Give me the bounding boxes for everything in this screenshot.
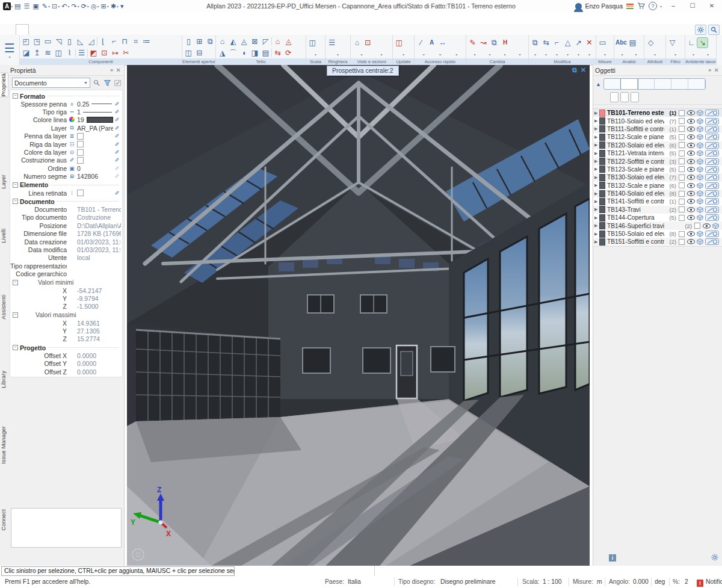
surface-opacity-icon[interactable] <box>705 158 719 165</box>
valley-icon[interactable]: ◮ <box>217 48 227 58</box>
ribbon-tab[interactable] <box>101 24 113 35</box>
save-icon[interactable]: ▣ <box>31 1 40 11</box>
surface-opacity-icon[interactable] <box>705 214 719 221</box>
view-house-icon[interactable]: ⌂ <box>352 38 362 48</box>
select-checkbox[interactable] <box>679 142 685 148</box>
dropdown-caret-icon[interactable]: ▾ <box>377 52 387 57</box>
misure-value[interactable]: m <box>597 576 602 588</box>
ribbon-tab[interactable] <box>77 24 89 35</box>
dormer-icon[interactable]: ◬ <box>239 37 249 46</box>
visibility-eye-icon[interactable] <box>687 207 695 212</box>
dropdown-caret-icon[interactable]: ▾ <box>584 52 594 57</box>
dropdown-caret-icon[interactable]: ▾ <box>552 52 562 57</box>
level-text-icon[interactable]: ≔ <box>141 37 152 46</box>
expand-arrow-icon[interactable]: ▶ <box>594 232 599 237</box>
filter-button[interactable] <box>620 92 629 102</box>
allplan-logo-icon[interactable]: A <box>3 2 11 10</box>
checkbox[interactable] <box>77 190 84 196</box>
qat-item[interactable]: ↶ ▾ <box>60 1 69 11</box>
solid-cube-icon[interactable] <box>697 158 703 165</box>
solid-cube-icon[interactable] <box>697 174 703 181</box>
dropdown-caret-icon[interactable]: ▾ <box>435 52 445 57</box>
ramp-icon[interactable]: ◺ <box>75 37 85 46</box>
dropdown-caret-icon[interactable]: ▾ <box>703 52 713 57</box>
qat-item[interactable]: ⊡ ▾ <box>51 1 60 11</box>
solid-cube-icon[interactable] <box>697 206 703 213</box>
eyedropper-icon[interactable]: ✐ <box>113 133 121 139</box>
dropdown-caret-icon[interactable]: ▾ <box>563 52 573 57</box>
object-row[interactable]: ▶ TB101-Terreno esterno (1) <box>593 109 722 117</box>
collapse-box-icon[interactable]: − <box>13 280 18 285</box>
qat-item[interactable]: ⟳ ▾ <box>80 1 89 11</box>
ribbon-tab[interactable] <box>53 24 65 35</box>
qat-caret-icon[interactable]: ▾ <box>117 4 119 8</box>
expand-arrow-icon[interactable]: ▶ <box>594 191 599 196</box>
window-icon[interactable]: ⊞ <box>194 37 205 46</box>
railing-icon[interactable]: ☰ <box>327 38 337 48</box>
visibility-eye-icon[interactable] <box>687 167 695 172</box>
solid-cube-icon[interactable] <box>697 118 703 125</box>
palette-tab-library[interactable]: Library <box>0 371 8 388</box>
expand-arrow-icon[interactable]: ▶ <box>594 111 599 116</box>
eyedropper-icon[interactable]: ✐ <box>113 149 121 155</box>
grid-icon[interactable]: ⌗ <box>131 37 141 46</box>
visibility-eye-icon[interactable] <box>687 150 695 156</box>
visibility-eye-icon[interactable] <box>687 231 695 237</box>
copy-icon[interactable]: ⧉ <box>530 38 540 48</box>
collapse-icon[interactable]: ▲ <box>594 81 602 87</box>
palette-tab-assistenti[interactable]: Assistenti <box>0 295 8 320</box>
solid-cube-icon[interactable] <box>697 166 703 173</box>
filter-button[interactable] <box>610 92 619 102</box>
expand-arrow-icon[interactable]: ▶ <box>594 143 599 147</box>
line-icon[interactable]: ∕ <box>416 38 426 48</box>
close-button[interactable]: ✕ <box>704 1 720 11</box>
paese-value[interactable]: Italia <box>348 576 361 588</box>
qat-caret-icon[interactable]: ▾ <box>97 4 99 8</box>
ucs-icon[interactable]: ∟ <box>687 38 697 48</box>
expand-arrow-icon[interactable]: ▶ <box>594 159 599 164</box>
profile-icon[interactable]: ⌊ <box>98 37 108 46</box>
ruler-icon[interactable]: ▭ <box>597 38 608 48</box>
ribbon-tab[interactable] <box>137 24 149 35</box>
dropdown-caret-icon[interactable]: ▾ <box>333 52 343 57</box>
qat-caret-icon[interactable]: ▾ <box>58 4 60 8</box>
solid-cube-icon[interactable] <box>697 126 703 132</box>
visibility-eye-icon[interactable] <box>687 191 695 196</box>
solid-cube-icon[interactable] <box>697 238 703 245</box>
hatch-wall-icon[interactable]: ◪ <box>21 48 31 58</box>
sweep-icon[interactable]: ⌇ <box>64 48 75 58</box>
dropdown-caret-icon[interactable]: ▾ <box>650 52 660 57</box>
eyedropper-icon[interactable]: ✐ <box>113 109 121 115</box>
color-swatch[interactable] <box>87 117 113 123</box>
object-row[interactable]: ▶ TB120-Solaio ed elevazioni (6) <box>593 141 722 149</box>
select-checkbox[interactable] <box>679 175 685 181</box>
dropdown-caret-icon[interactable]: ▾ <box>530 52 540 57</box>
roof-list-icon[interactable]: ▤ <box>261 48 271 58</box>
text-icon[interactable]: A <box>427 38 437 48</box>
expand-arrow-icon[interactable]: ▶ <box>594 223 599 228</box>
panel-close-icon[interactable]: ✕ <box>713 67 720 73</box>
qat-caret-icon[interactable]: ▾ <box>78 4 79 8</box>
qat-item[interactable]: ⊞ ▾ <box>100 1 109 11</box>
dropdown-caret-icon[interactable]: ▾ <box>688 52 699 57</box>
dimension-icon[interactable]: ↔ <box>437 38 448 48</box>
select-checkbox[interactable] <box>679 126 685 132</box>
roof-plane-icon[interactable]: ⌂ <box>217 37 227 46</box>
pin-icon[interactable]: ⌖ <box>109 67 115 74</box>
dropdown-caret-icon[interactable]: ▾ <box>573 52 584 57</box>
expand-arrow-icon[interactable]: ▶ <box>594 240 599 244</box>
expand-arrow-icon[interactable]: ▶ <box>594 175 599 180</box>
object-row[interactable]: ▶ TB112-Scale e pianerottoli (5) <box>593 133 722 141</box>
checkbox[interactable] <box>77 149 84 156</box>
surface-opacity-icon[interactable] <box>705 142 719 149</box>
object-row[interactable]: ▶ TB146-Superfici travi (2) <box>593 221 722 229</box>
palette-tab-connect[interactable]: Connect <box>0 509 8 530</box>
object-row[interactable]: ▶ TB132-Scale e pianerottoli (6) <box>593 182 722 190</box>
edit-points-icon[interactable]: ⧉ <box>489 38 499 48</box>
select-checkbox[interactable] <box>679 110 685 116</box>
dropdown-caret-icon[interactable]: ▾ <box>419 52 429 57</box>
object-row[interactable]: ▶ TB121-Vetrata interna ufficio (5) <box>593 149 722 157</box>
user-avatar[interactable] <box>575 3 582 10</box>
eyedropper-icon[interactable]: ✐ <box>113 173 121 179</box>
objects-settings-gear-icon[interactable] <box>711 552 718 563</box>
